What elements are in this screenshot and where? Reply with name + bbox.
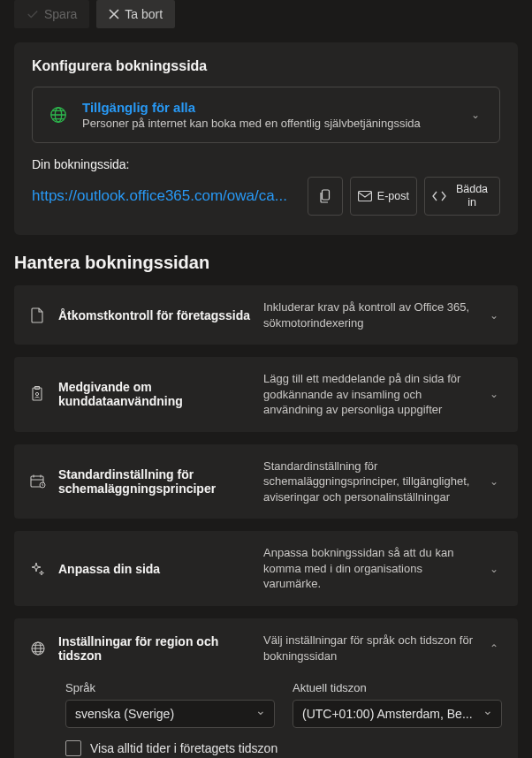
calendar-icon — [30, 474, 46, 489]
language-select[interactable]: svenska (Sverige) — [65, 700, 275, 728]
copy-icon — [319, 189, 331, 203]
accordion-header[interactable]: Åtkomstkontroll för företagssida Inklude… — [14, 285, 518, 345]
svg-point-6 — [35, 393, 38, 396]
configure-title: Konfigurera bokningssida — [32, 58, 500, 74]
svg-rect-3 — [358, 192, 371, 201]
accordion-scheduling: Standardinställning för schemaläggningsp… — [14, 444, 518, 519]
accordion-access-control: Åtkomstkontroll för företagssida Inklude… — [14, 285, 518, 345]
accordion-customize: Anpassa din sida Anpassa bokningssidan s… — [14, 531, 518, 606]
svg-rect-2 — [322, 190, 329, 200]
timezone-label: Aktuell tidszon — [293, 681, 502, 694]
availability-subtitle: Personer på internet kan boka med en off… — [82, 117, 453, 130]
accordion-header[interactable]: Inställningar för region och tidszon Väl… — [14, 618, 518, 678]
accordion-title: Inställningar för region och tidszon — [58, 634, 251, 663]
accordion-title: Medgivande om kunddataanvändning — [58, 380, 251, 408]
chevron-down-icon: ⌄ — [486, 563, 502, 575]
chevron-down-icon: ⌄ — [486, 388, 502, 400]
embed-button[interactable]: Bädda in — [424, 177, 500, 216]
close-icon — [109, 9, 119, 19]
checkmark-icon — [27, 8, 39, 20]
accordion-desc: Välj inställningar för språk och tidszon… — [263, 633, 474, 663]
accordion-desc: Inkluderar krav på kontroll av Office 36… — [263, 299, 474, 330]
svg-rect-4 — [33, 388, 42, 400]
accordion-title: Anpassa din sida — [58, 562, 251, 576]
accordion-desc: Anpassa bokningssidan så att du kan komm… — [263, 545, 474, 592]
configure-panel: Konfigurera bokningssida Tillgänglig för… — [14, 42, 518, 235]
accordion-header[interactable]: Anpassa din sida Anpassa bokningssidan s… — [14, 531, 518, 606]
embed-label: Bädda in — [452, 183, 492, 209]
accordion-header[interactable]: Medgivande om kunddataanvändning Lägg ti… — [14, 357, 518, 432]
accordion-region-timezone: Inställningar för region och tidszon Väl… — [14, 618, 518, 758]
accordion-title: Standardinställning för schemaläggningsp… — [58, 467, 251, 496]
page-icon — [30, 307, 46, 323]
manage-section-title: Hantera bokningssidan — [14, 253, 518, 273]
save-label: Spara — [44, 7, 77, 21]
remove-button[interactable]: Ta bort — [96, 0, 175, 28]
mail-icon — [358, 191, 372, 201]
checkbox-label: Visa alltid tider i företagets tidszon — [90, 741, 277, 755]
chevron-down-icon: ⌄ — [486, 309, 502, 322]
copy-button[interactable] — [308, 177, 343, 216]
globe-icon — [30, 641, 46, 656]
booking-url-link[interactable]: https://outlook.office365.com/owa/ca... — [32, 177, 300, 216]
email-button[interactable]: E-post — [350, 177, 417, 216]
availability-selector[interactable]: Tillgänglig för alla Personer på interne… — [32, 87, 500, 143]
accordion-consent: Medgivande om kunddataanvändning Lägg ti… — [14, 357, 518, 432]
chevron-down-icon: ⌄ — [486, 475, 502, 488]
availability-title: Tillgänglig för alla — [82, 100, 453, 115]
code-icon — [432, 191, 446, 201]
accordion-desc: Standardinställning för schemaläggningsp… — [263, 459, 474, 505]
language-label: Språk — [65, 681, 275, 694]
accordion-header[interactable]: Standardinställning för schemaläggningsp… — [14, 444, 518, 519]
chevron-up-icon: ⌃ — [486, 642, 502, 655]
timezone-select[interactable]: (UTC+01:00) Amsterdam, Be... — [293, 700, 502, 728]
url-label: Din bokningssida: — [32, 157, 500, 171]
email-label: E-post — [377, 190, 409, 203]
save-button: Spara — [14, 0, 89, 28]
sparkle-icon — [30, 561, 46, 577]
accordion-title: Åtkomstkontroll för företagssida — [58, 308, 251, 322]
remove-label: Ta bort — [125, 7, 163, 21]
chevron-down-icon: ⌄ — [467, 109, 483, 121]
accordion-desc: Lägg till ett meddelande på din sida för… — [263, 371, 474, 418]
clipboard-icon — [30, 386, 46, 402]
company-timezone-checkbox[interactable] — [65, 740, 81, 756]
globe-icon — [49, 105, 68, 125]
